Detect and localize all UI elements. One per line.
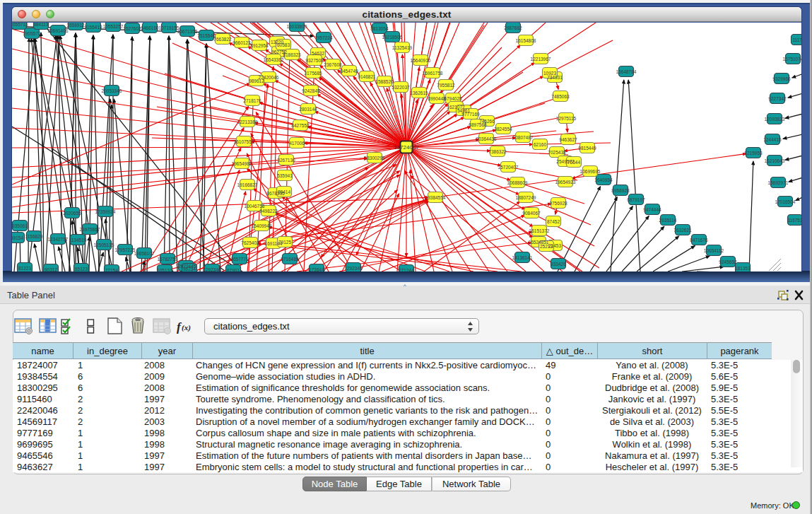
svg-text:7663822: 7663822 xyxy=(213,37,232,42)
svg-text:10553257: 10553257 xyxy=(103,24,124,29)
svg-text:7386322: 7386322 xyxy=(488,149,507,154)
svg-text:25213: 25213 xyxy=(540,244,553,249)
svg-text:9242845: 9242845 xyxy=(302,88,320,93)
svg-text:8471676: 8471676 xyxy=(690,238,708,243)
svg-text:1362615: 1362615 xyxy=(410,90,428,95)
svg-text:7625402: 7625402 xyxy=(241,240,259,245)
svg-text:8912954: 8912954 xyxy=(250,43,269,48)
svg-text:88414: 88414 xyxy=(278,189,290,194)
svg-text:8958928: 8958928 xyxy=(611,188,630,193)
svg-text:15692971: 15692971 xyxy=(768,180,789,185)
svg-text:8990448: 8990448 xyxy=(428,96,446,101)
svg-text:1292346: 1292346 xyxy=(203,267,221,272)
svg-text:2020655: 2020655 xyxy=(63,211,81,216)
svg-text:11173: 11173 xyxy=(792,37,801,42)
svg-text:417006: 417006 xyxy=(289,141,305,146)
svg-text:984113: 984113 xyxy=(33,23,49,27)
svg-text:39154: 39154 xyxy=(12,235,23,240)
svg-text:181353: 181353 xyxy=(735,266,751,271)
svg-text:17957225: 17957225 xyxy=(115,247,136,252)
svg-text:8215953: 8215953 xyxy=(744,151,763,156)
svg-text:14136141: 14136141 xyxy=(512,255,533,260)
svg-text:87901: 87901 xyxy=(227,268,240,272)
svg-text:7955812: 7955812 xyxy=(437,83,455,88)
svg-text:11325419: 11325419 xyxy=(392,45,413,50)
svg-text:9756928: 9756928 xyxy=(549,201,567,206)
svg-text:16107552: 16107552 xyxy=(234,139,254,144)
svg-text:2987682: 2987682 xyxy=(504,25,522,30)
svg-text:18724007: 18724007 xyxy=(394,144,419,151)
svg-text:9474444: 9474444 xyxy=(643,207,661,212)
svg-text:6794028: 6794028 xyxy=(444,96,462,101)
svg-text:6466160: 6466160 xyxy=(141,25,159,30)
svg-text:771244: 771244 xyxy=(399,268,414,272)
svg-text:10046758: 10046758 xyxy=(245,204,265,209)
svg-text:23975867: 23975867 xyxy=(80,227,100,232)
svg-text:9498222: 9498222 xyxy=(259,209,278,214)
svg-text:9660123: 9660123 xyxy=(233,40,251,45)
svg-text:7632621: 7632621 xyxy=(673,228,692,233)
svg-text:8427552: 8427552 xyxy=(291,123,310,128)
svg-text:12505135: 12505135 xyxy=(94,243,114,247)
svg-text:19654923: 19654923 xyxy=(555,180,576,185)
svg-text:19384554: 19384554 xyxy=(425,195,446,200)
svg-text:989612: 989612 xyxy=(249,78,264,83)
svg-text:5322037: 5322037 xyxy=(392,85,410,90)
svg-text:18807249: 18807249 xyxy=(516,195,536,200)
svg-text:1156829: 1156829 xyxy=(25,234,43,239)
svg-text:10719155: 10719155 xyxy=(159,25,180,30)
svg-text:1244415: 1244415 xyxy=(763,137,782,142)
svg-text:12213967: 12213967 xyxy=(531,57,551,62)
svg-text:16151372: 16151372 xyxy=(529,228,550,233)
svg-text:8454749: 8454749 xyxy=(340,69,358,74)
svg-text:6879197: 6879197 xyxy=(627,197,645,202)
svg-text:10923: 10923 xyxy=(543,71,556,76)
svg-text:9777169: 9777169 xyxy=(461,112,480,117)
svg-text:173644: 173644 xyxy=(309,267,324,272)
svg-text:116753: 116753 xyxy=(787,218,801,223)
svg-text:16961758: 16961758 xyxy=(423,71,443,76)
svg-text:17016504: 17016504 xyxy=(775,199,796,204)
svg-text:9657771: 9657771 xyxy=(230,257,249,262)
svg-text:77154: 77154 xyxy=(105,268,118,272)
svg-text:62160: 62160 xyxy=(534,142,546,147)
svg-text:2935114: 2935114 xyxy=(659,218,677,223)
svg-text:935061: 935061 xyxy=(12,223,28,228)
svg-text:1527602: 1527602 xyxy=(123,26,141,31)
svg-text:7485063: 7485063 xyxy=(551,94,570,99)
svg-text:(x): (x) xyxy=(182,323,191,332)
svg-text:3267130: 3267130 xyxy=(277,158,295,163)
svg-text:16782759: 16782759 xyxy=(158,257,178,262)
svg-text:15751074: 15751074 xyxy=(783,57,801,62)
svg-text:19166827: 19166827 xyxy=(237,182,258,187)
svg-text:10699695: 10699695 xyxy=(580,169,601,174)
svg-text:2803144: 2803144 xyxy=(299,107,317,112)
svg-text:17359924: 17359924 xyxy=(95,209,116,214)
svg-text:12213389: 12213389 xyxy=(237,119,258,124)
svg-text:8813054: 8813054 xyxy=(370,26,389,31)
svg-text:81223: 81223 xyxy=(18,266,31,271)
svg-text:60583: 60583 xyxy=(277,42,290,47)
svg-text:9245652: 9245652 xyxy=(719,259,737,264)
svg-text:9155413: 9155413 xyxy=(84,25,102,30)
svg-text:2055713: 2055713 xyxy=(12,23,28,27)
svg-text:65123: 65123 xyxy=(75,267,88,271)
svg-text:10654112: 10654112 xyxy=(704,248,724,253)
svg-text:12093823: 12093823 xyxy=(765,117,785,122)
svg-text:19654983: 19654983 xyxy=(232,161,252,166)
svg-text:5716485: 5716485 xyxy=(281,257,299,262)
svg-text:1905571: 1905571 xyxy=(23,31,41,36)
svg-text:105133: 105133 xyxy=(157,268,172,272)
svg-text:87452: 87452 xyxy=(547,219,560,224)
svg-text:9327508: 9327508 xyxy=(305,58,324,63)
svg-text:2367608: 2367608 xyxy=(324,62,342,67)
svg-text:16543362: 16543362 xyxy=(264,57,284,62)
svg-text:9815449: 9815449 xyxy=(578,146,596,151)
svg-text:734931: 734931 xyxy=(547,75,563,80)
svg-text:12975115: 12975115 xyxy=(556,116,577,121)
svg-text:9463627: 9463627 xyxy=(559,137,577,142)
svg-text:16648784: 16648784 xyxy=(616,69,637,74)
svg-text:1134519: 1134519 xyxy=(69,238,87,243)
svg-text:10671355: 10671355 xyxy=(177,29,198,34)
svg-text:10807487: 10807487 xyxy=(513,135,534,140)
